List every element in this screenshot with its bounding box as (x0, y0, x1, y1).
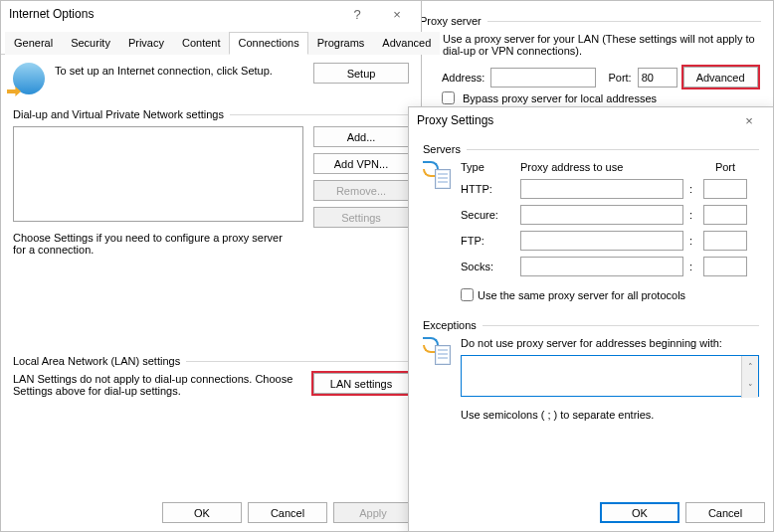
lan-text: LAN Settings do not apply to dial-up con… (13, 373, 303, 397)
secure-port-input[interactable] (703, 205, 747, 225)
socks-address-input[interactable] (520, 257, 683, 276)
bypass-local-label: Bypass proxy server for local addresses (463, 92, 657, 104)
add-vpn-button[interactable]: Add VPN... (313, 153, 409, 174)
port-header: Port (703, 161, 747, 173)
internet-options-dialog: Internet Options ? × General Security Pr… (0, 0, 422, 532)
tab-general[interactable]: General (5, 32, 62, 55)
choose-settings-text: Choose Settings if you need to configure… (13, 232, 291, 256)
proxy-server-legend: Proxy server (420, 15, 761, 27)
servers-legend: Servers (423, 143, 759, 155)
socks-label: Socks: (461, 261, 514, 272)
exceptions-hint: Use semicolons ( ; ) to separate entries… (461, 409, 759, 421)
address-input[interactable] (490, 68, 596, 88)
exceptions-scrollbar[interactable]: ˄˅ (741, 356, 758, 398)
tab-content[interactable]: Content (173, 32, 230, 55)
lan-legend: Local Area Network (LAN) settings (13, 355, 409, 367)
servers-icon (423, 161, 451, 189)
exceptions-legend: Exceptions (423, 319, 759, 331)
proxy-close-button[interactable]: × (731, 110, 767, 130)
setup-text: To set up an Internet connection, click … (55, 63, 303, 77)
ok-button[interactable]: OK (162, 502, 242, 523)
help-button[interactable]: ? (339, 4, 375, 24)
proxy-cancel-button[interactable]: Cancel (685, 502, 765, 523)
proxy-settings-dialog: Proxy Settings × Servers Type Proxy addr… (408, 106, 774, 532)
dialup-legend: Dial-up and Virtual Private Network sett… (13, 108, 409, 120)
lan-settings-button[interactable]: LAN settings (313, 373, 409, 394)
ftp-label: FTP: (461, 235, 514, 247)
same-proxy-checkbox[interactable] (461, 288, 474, 301)
http-label: HTTP: (461, 183, 514, 195)
tab-advanced[interactable]: Advanced (373, 32, 440, 55)
close-button[interactable]: × (379, 4, 415, 24)
exceptions-icon (423, 337, 451, 365)
internet-options-title: Internet Options (9, 7, 94, 21)
tab-programs[interactable]: Programs (308, 32, 374, 55)
same-proxy-label: Use the same proxy server for all protoc… (478, 289, 685, 301)
tabs: General Security Privacy Content Connect… (1, 31, 421, 55)
add-button[interactable]: Add... (313, 126, 409, 147)
settings-button: Settings (313, 207, 409, 228)
remove-button: Remove... (313, 180, 409, 201)
apply-button: Apply (333, 502, 413, 523)
http-port-input[interactable] (703, 179, 747, 199)
tab-security[interactable]: Security (62, 32, 119, 55)
use-proxy-label: Use a proxy server for your LAN (These s… (443, 33, 761, 57)
connections-listbox[interactable] (13, 126, 303, 222)
tab-privacy[interactable]: Privacy (119, 32, 173, 55)
bypass-local-checkbox[interactable] (442, 91, 455, 104)
proxy-settings-title: Proxy Settings (417, 113, 493, 127)
globe-icon (13, 63, 45, 94)
type-header: Type (461, 161, 514, 173)
proxy-settings-titlebar: Proxy Settings × (409, 107, 773, 133)
port-label: Port: (608, 72, 631, 84)
setup-button[interactable]: Setup (313, 63, 409, 84)
ftp-address-input[interactable] (520, 231, 683, 251)
address-header: Proxy address to use (520, 161, 683, 173)
cancel-button[interactable]: Cancel (248, 502, 327, 523)
proxy-ok-button[interactable]: OK (600, 502, 679, 523)
exceptions-textarea[interactable] (461, 355, 759, 397)
secure-label: Secure: (461, 209, 514, 221)
internet-options-titlebar: Internet Options ? × (1, 1, 421, 27)
ftp-port-input[interactable] (703, 231, 747, 251)
advanced-button[interactable]: Advanced (683, 67, 758, 88)
socks-port-input[interactable] (703, 257, 747, 276)
port-input[interactable] (638, 68, 677, 88)
tab-connections[interactable]: Connections (229, 32, 307, 55)
address-label: Address: (442, 72, 484, 84)
secure-address-input[interactable] (520, 205, 683, 225)
exceptions-text: Do not use proxy server for addresses be… (461, 337, 759, 349)
http-address-input[interactable] (520, 179, 683, 199)
